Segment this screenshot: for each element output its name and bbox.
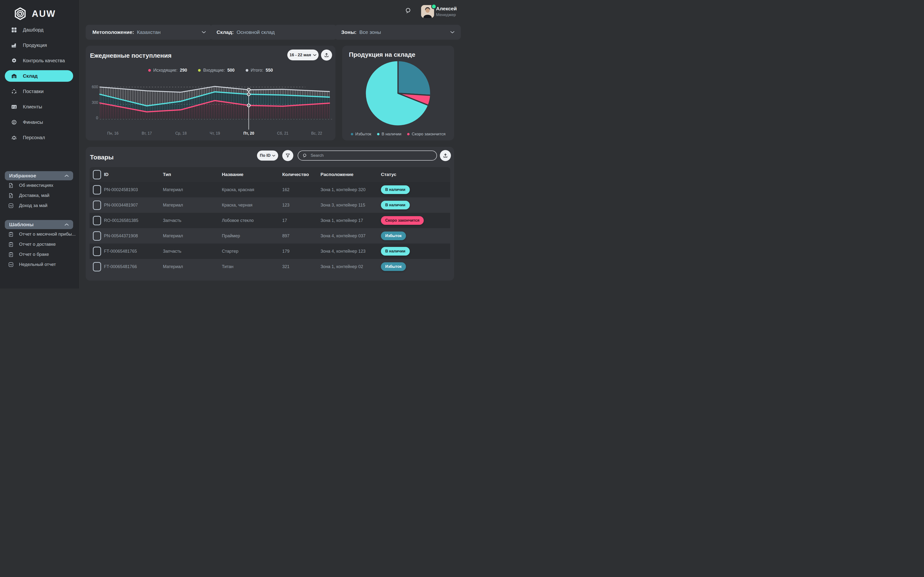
line-area-chart[interactable]: 600 300 0 Пн, 16 Вт, 17 Ср, 18 Чт, 19 Пт… [87, 81, 334, 139]
search-input[interactable] [310, 153, 422, 158]
cell-name: Праймер [222, 234, 282, 239]
favorite-item-label: Об инвестициях [19, 183, 53, 188]
y-tick: 600 [92, 85, 98, 89]
sidebar-item-products[interactable]: Продукция [5, 39, 73, 51]
sidebar-item-label: Продукция [23, 43, 47, 48]
table-row[interactable]: RO-00126581385 Запчасть Лобовое стекло 1… [89, 213, 450, 228]
legend-value: 550 [266, 68, 273, 73]
chart-title: Ежедневные поступления [90, 52, 171, 60]
filter-zones[interactable]: Зоны: Все зоны [334, 25, 461, 40]
cell-location: Зона 4, контейнер 123 [320, 249, 381, 254]
column-header[interactable]: Расположение [320, 172, 381, 177]
sidebar-item-finance[interactable]: Финансы [5, 116, 73, 128]
templates-header[interactable]: Шаблоны [5, 220, 73, 229]
cell-location: Зона 1, контейнер 02 [320, 264, 381, 269]
x-tick: Сб, 21 [277, 131, 289, 135]
x-tick: Пн, 16 [107, 131, 118, 135]
status-badge: В наличии [381, 185, 410, 194]
chevron-up-icon [65, 174, 69, 177]
template-item-label: Отчет о браке [19, 252, 49, 257]
legend-dot [148, 69, 151, 72]
x-tick: Вт, 17 [142, 131, 152, 135]
template-item[interactable]: Недельный отчет [5, 259, 73, 269]
row-checkbox[interactable] [93, 200, 101, 210]
column-header[interactable]: Статус [381, 172, 450, 177]
quality-shield-icon [11, 58, 17, 64]
row-checkbox[interactable] [93, 216, 101, 225]
id-card-icon [11, 104, 17, 110]
sidebar-item-quality[interactable]: Контроль качества [5, 55, 73, 66]
filter-location[interactable]: Метоположение: Казахстан [86, 25, 212, 40]
sidebar-item-staff[interactable]: Персонал [5, 132, 73, 143]
coin-icon [11, 119, 17, 125]
export-chart-button[interactable] [321, 50, 332, 61]
sidebar-item-clients[interactable]: Клиенты [5, 101, 73, 113]
y-tick: 300 [92, 100, 98, 105]
search-icon [302, 153, 307, 158]
sidebar-item-label: Клиенты [23, 104, 42, 110]
template-item[interactable]: Отчет о браке [5, 249, 73, 259]
table-search[interactable] [298, 150, 437, 161]
filter-warehouse[interactable]: Склад: Основной склад [210, 25, 337, 40]
row-checkbox[interactable] [93, 262, 101, 271]
template-item[interactable]: Отчет о доставке [5, 239, 73, 249]
table-row[interactable]: FT-00065481766 Материал Титан 321 Зона 1… [89, 259, 450, 274]
search-icon[interactable] [405, 7, 412, 14]
table-row[interactable]: PN-00034481907 Материал Краска, черная 1… [89, 197, 450, 213]
status-badge: Избыток [381, 262, 406, 271]
pie-chart[interactable] [342, 53, 454, 135]
legend-item-total: Итого: 550 [246, 68, 273, 73]
user-role: Менеджер [436, 13, 456, 17]
favorites-header[interactable]: Избранное [5, 171, 73, 180]
cell-qty: 123 [282, 203, 320, 208]
column-header[interactable]: Количество [282, 172, 320, 177]
favorite-item[interactable]: Доход за май [5, 200, 73, 211]
status-badge: В наличии [381, 247, 410, 256]
funnel-icon [285, 153, 291, 158]
filter-button[interactable] [282, 150, 293, 161]
export-table-button[interactable] [440, 150, 451, 161]
cell-name: Титан [222, 264, 282, 269]
table-row[interactable]: FT-00065481765 Запчасть Стартер 179 Зона… [89, 243, 450, 259]
sidebar-item-supplies[interactable]: Поставки [5, 85, 73, 97]
favorite-item[interactable]: Доставка, май [5, 190, 73, 200]
app-logo[interactable]: AUW [13, 7, 56, 21]
legend-label: Итого: [251, 68, 263, 73]
warehouse-icon [11, 73, 17, 79]
sidebar-item-dashboard[interactable]: Дашборд [5, 24, 73, 35]
date-range-select[interactable]: 16 - 22 мая [287, 50, 318, 60]
user-name[interactable]: Алексей [436, 6, 457, 11]
column-header[interactable]: ID [104, 172, 163, 177]
legend-dot [351, 133, 353, 135]
sidebar-item-label: Персонал [23, 135, 45, 140]
row-checkbox[interactable] [93, 247, 101, 256]
template-item[interactable]: Отчет о месячной прибы... [5, 229, 73, 239]
cell-location: Зона 1, контейнер 17 [320, 218, 381, 223]
legend-label: Входящие: [203, 68, 225, 73]
row-checkbox[interactable] [93, 231, 101, 241]
goods-table: ID Тип Название Количество Расположение … [89, 167, 450, 274]
document-icon [8, 183, 14, 188]
column-header[interactable]: Тип [163, 172, 222, 177]
templates-section: Шаблоны Отчет о месячной прибы... Отчет … [5, 220, 73, 269]
row-checkbox[interactable] [93, 185, 101, 195]
table-row[interactable]: PN-00024581903 Материал Краска, красная … [89, 182, 450, 197]
pie-legend: Избыток В наличии Скоро закончится [342, 132, 454, 137]
table-header-row: ID Тип Название Количество Расположение … [89, 167, 450, 182]
favorites-title: Избранное [9, 173, 36, 179]
sidebar-item-label: Финансы [23, 119, 43, 125]
sort-by-select[interactable]: По ID [257, 150, 278, 161]
chevron-down-icon [202, 31, 206, 34]
column-header[interactable]: Название [222, 172, 282, 177]
table-row[interactable]: PN-00544371908 Материал Праймер 897 Зона… [89, 228, 450, 243]
pie-legend-label: Скоро закончится [412, 132, 446, 137]
filter-value: Все зоны [360, 29, 381, 35]
favorite-item[interactable]: Об инвестициях [5, 180, 73, 190]
filter-value: Основной склад [236, 29, 275, 35]
people-icon [11, 135, 17, 141]
filter-value: Казахстан [137, 29, 160, 35]
sidebar-item-warehouse[interactable]: Склад [5, 70, 73, 82]
select-all-checkbox[interactable] [93, 170, 101, 179]
sort-by-value: По ID [260, 153, 270, 158]
cell-qty: 897 [282, 234, 320, 239]
